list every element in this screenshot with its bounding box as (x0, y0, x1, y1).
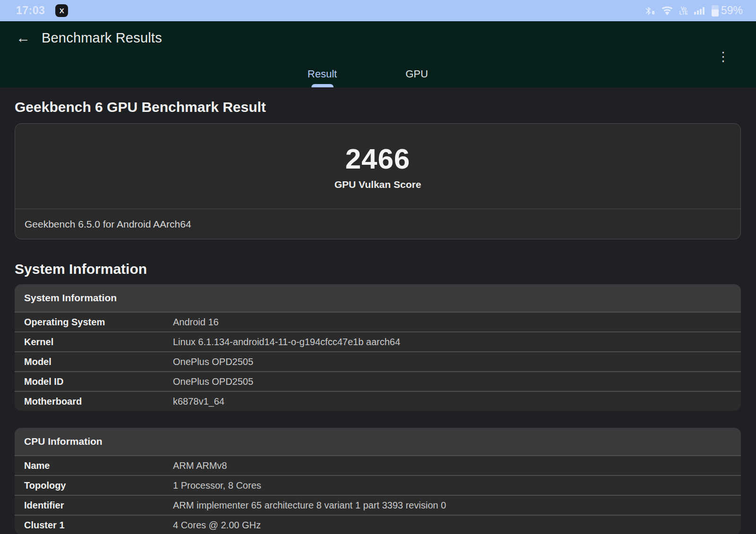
tab-bar: Result GPU (275, 58, 464, 87)
tab-result[interactable]: Result (275, 58, 369, 87)
table-row: Model IDOnePlus OPD2505 (15, 371, 741, 391)
row-value: OnePlus OPD2505 (173, 356, 253, 367)
row-value: 1 Processor, 8 Cores (173, 480, 261, 491)
row-value: ARM ARMv8 (173, 460, 227, 471)
table-header: CPU Information (15, 428, 741, 455)
row-value: k6878v1_64 (173, 396, 224, 407)
table-row: KernelLinux 6.1.134-android14-11-o-g194c… (15, 331, 741, 351)
bluetooth-icon (644, 5, 655, 17)
row-label: Name (24, 460, 173, 471)
table-body: NameARM ARMv8Topology1 Processor, 8 Core… (15, 455, 741, 534)
battery-percent: 59% (721, 4, 743, 17)
row-value: 4 Cores @ 2.00 GHz (173, 520, 261, 531)
row-value: Linux 6.1.134-android14-11-o-g194cfcc47e… (173, 337, 400, 348)
wifi-icon (661, 5, 674, 17)
row-label: Kernel (24, 337, 173, 348)
tab-gpu-label: GPU (405, 68, 428, 80)
cellular-signal-icon (694, 5, 706, 17)
row-label: Model (24, 356, 173, 367)
status-bar: 17:03 X Vo LTE (0, 0, 756, 21)
table-header: System Information (15, 284, 741, 312)
cpu-information-table: CPU Information NameARM ARMv8Topology1 P… (15, 428, 741, 534)
battery-icon (712, 5, 719, 17)
table-row: Operating SystemAndroid 16 (15, 312, 741, 331)
app-bar: ← Benchmark Results ⋮ Result GPU (0, 21, 756, 87)
row-value: Android 16 (173, 317, 219, 328)
table-row: Motherboardk6878v1_64 (15, 391, 741, 411)
system-information-table: System Information Operating SystemAndro… (15, 284, 741, 411)
volte-icon: Vo LTE (679, 7, 688, 15)
row-label: Cluster 1 (24, 520, 173, 531)
geekbench-version: Geekbench 6.5.0 for Android AArch64 (15, 209, 740, 239)
table-body: Operating SystemAndroid 16KernelLinux 6.… (15, 312, 741, 411)
active-tab-indicator (311, 84, 334, 87)
row-label: Operating System (24, 317, 173, 328)
kebab-menu-icon[interactable]: ⋮ (717, 51, 730, 63)
clock: 17:03 (16, 4, 45, 17)
score-card: 2466 GPU Vulkan Score Geekbench 6.5.0 fo… (15, 123, 741, 239)
row-value: OnePlus OPD2505 (173, 376, 253, 387)
gpu-score: 2466 (15, 143, 740, 176)
result-heading: Geekbench 6 GPU Benchmark Result (15, 99, 741, 116)
table-row: Topology1 Processor, 8 Cores (15, 475, 741, 495)
table-row: ModelOnePlus OPD2505 (15, 351, 741, 371)
table-row: Cluster 14 Cores @ 2.00 GHz (15, 515, 741, 534)
gpu-score-label: GPU Vulkan Score (15, 178, 740, 191)
tab-result-label: Result (308, 68, 337, 80)
row-label: Model ID (24, 376, 173, 387)
back-arrow-icon[interactable]: ← (16, 31, 32, 45)
table-row: IdentifierARM implementer 65 architectur… (15, 495, 741, 515)
system-information-heading: System Information (15, 261, 741, 278)
row-label: Motherboard (24, 396, 173, 407)
x-notification-icon: X (55, 4, 68, 17)
row-label: Identifier (24, 500, 173, 511)
table-row: NameARM ARMv8 (15, 455, 741, 475)
tab-gpu[interactable]: GPU (369, 58, 464, 87)
page-title: Benchmark Results (42, 30, 162, 46)
content-area: Geekbench 6 GPU Benchmark Result 2466 GP… (0, 87, 756, 534)
row-value: ARM implementer 65 architecture 8 varian… (173, 500, 446, 511)
row-label: Topology (24, 480, 173, 491)
